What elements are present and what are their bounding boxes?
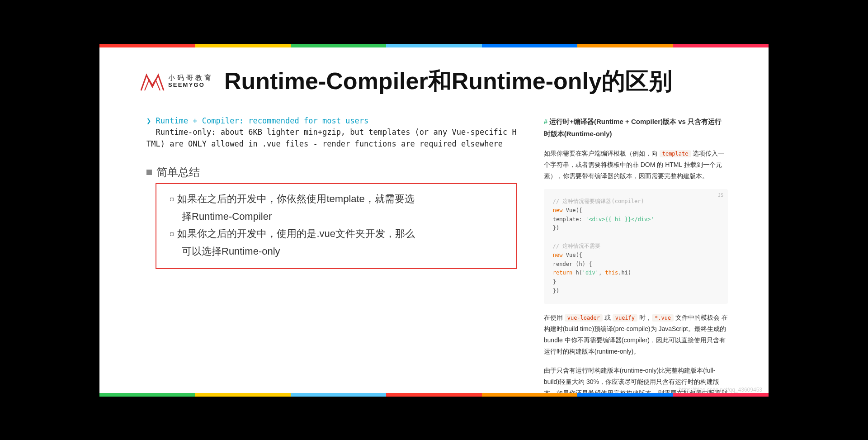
left-column: ❯ Runtime + Compiler: recommended for mo… <box>146 115 517 397</box>
page-title: Runtime-Compiler和Runtime-only的区别 <box>224 66 672 97</box>
square-bullet-icon <box>146 170 152 175</box>
summary-block: 简单总结 如果在之后的开发中，你依然使用template，就需要选择Runtim… <box>146 165 517 269</box>
right-heading: #运行时+编译器(Runtime + Compiler)版本 vs 只含有运行时… <box>544 115 728 140</box>
summary-item-2: 如果你之后的开发中，使用的是.vue文件夹开发，那么可以选择Runtime-on… <box>170 225 506 260</box>
bottom-color-stripe <box>99 393 769 397</box>
terminal-snippet: ❯ Runtime + Compiler: recommended for mo… <box>146 115 517 150</box>
watermark: https://blog.csdn.net/qq_43609453 <box>679 387 762 393</box>
logo-icon <box>140 71 165 91</box>
summary-item-1: 如果在之后的开发中，你依然使用template，就需要选择Runtime-Com… <box>170 190 506 225</box>
code-block: JS // 这种情况需要编译器(compiler) new Vue({ temp… <box>544 189 728 304</box>
slide-container: 小码哥教育 SEEMYGO Runtime-Compiler和Runtime-o… <box>99 44 769 397</box>
paragraph-2: 在使用 vue-loader 或 vueify 时，*.vue 文件中的模板会 … <box>544 312 728 358</box>
logo-text-en: SEEMYGO <box>168 82 213 88</box>
logo: 小码哥教育 SEEMYGO <box>140 71 213 91</box>
summary-heading: 简单总结 <box>146 165 517 180</box>
top-color-stripe <box>99 44 769 47</box>
paragraph-1: 如果你需要在客户端编译模板（例如，向 template 选项传入一个字符串，或者… <box>544 148 728 182</box>
code-lang-badge: JS <box>718 192 723 199</box>
highlighted-box: 如果在之后的开发中，你依然使用template，就需要选择Runtime-Com… <box>156 183 517 269</box>
header: 小码哥教育 SEEMYGO Runtime-Compiler和Runtime-o… <box>99 44 769 97</box>
right-column: #运行时+编译器(Runtime + Compiler)版本 vs 只含有运行时… <box>544 115 728 397</box>
logo-text-cn: 小码哥教育 <box>168 74 213 82</box>
